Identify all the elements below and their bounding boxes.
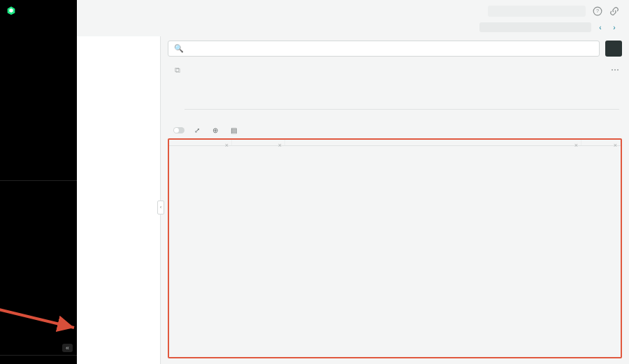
search-box[interactable]: 🔍 [168, 41, 600, 57]
plus-icon: ⊕ [212, 126, 218, 134]
col-source[interactable]: × [581, 140, 621, 145]
time-picker[interactable] [479, 22, 591, 32]
time-next-button[interactable]: › [609, 22, 619, 32]
logs-table: × × × × [168, 138, 622, 358]
remove-col-icon[interactable]: × [574, 142, 578, 149]
table-header: × × × × [169, 140, 621, 146]
help-icon[interactable]: ? [593, 6, 602, 16]
expand-table-button[interactable]: ⤢ [194, 126, 203, 134]
col-timestamp[interactable]: × [169, 140, 232, 145]
left-panel: ‹ [77, 36, 161, 364]
copy-icon[interactable]: ⧉ [175, 66, 180, 75]
time-prev-button[interactable]: ‹ [595, 22, 605, 32]
header: ? [77, 0, 629, 22]
footer-hint [0, 355, 77, 364]
table-toolbar: ⤢ ⊕ ▤ [168, 124, 622, 138]
panel-heading-yourlogs [77, 42, 160, 48]
expand-icon: ⤢ [194, 126, 200, 134]
dashboard-icon: ▤ [231, 126, 237, 134]
account-picker[interactable] [488, 6, 586, 17]
sidebar: « [0, 0, 77, 364]
search-icon: 🔍 [174, 44, 184, 53]
add-to-dashboard-button[interactable]: ▤ [231, 126, 240, 134]
col-logtype[interactable]: × [232, 140, 285, 145]
more-menu-icon[interactable]: ⋯ [611, 65, 619, 75]
col-message[interactable]: × [285, 140, 581, 145]
share-icon[interactable] [609, 6, 619, 16]
nav-bottom [0, 180, 77, 342]
brand[interactable] [0, 0, 77, 20]
panel-heading-manage [77, 53, 160, 59]
main: ? ‹ › ‹ 🔍 ⧉ [77, 0, 629, 364]
expand-logs-button[interactable] [171, 127, 185, 133]
table-body[interactable] [169, 146, 621, 357]
remove-col-icon[interactable]: × [225, 142, 229, 149]
content: 🔍 ⧉ ⋯ [161, 36, 629, 364]
panel-collapse-button[interactable]: ‹ [157, 201, 164, 214]
nav-primary [0, 20, 77, 180]
search-input[interactable] [188, 45, 593, 52]
toggle-icon [173, 127, 185, 133]
logs-histogram-chart[interactable] [185, 80, 619, 122]
svg-text:?: ? [596, 8, 599, 13]
add-column-button[interactable]: ⊕ [212, 126, 221, 134]
remove-col-icon[interactable]: × [614, 142, 617, 149]
collapse-sidebar-button[interactable]: « [62, 344, 73, 352]
remove-col-icon[interactable]: × [278, 142, 282, 149]
sidebar-collapse: « [0, 341, 77, 355]
subheader: ‹ › [77, 22, 629, 36]
newrelic-logo-icon [6, 6, 17, 17]
panel-heading-views [77, 64, 160, 70]
query-logs-button[interactable] [605, 41, 622, 57]
